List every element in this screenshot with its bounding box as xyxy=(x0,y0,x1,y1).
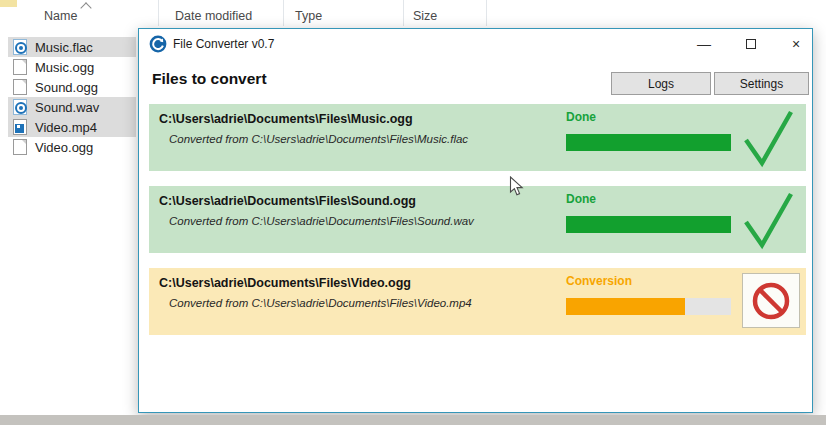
progress-bar xyxy=(566,216,731,233)
converted-from-note: Converted from C:\Users\adrie\Documents\… xyxy=(169,297,472,309)
column-header-date-modified[interactable]: Date modified xyxy=(175,9,252,23)
conversion-card: C:\Users\adrie\Documents\Files\Sound.ogg… xyxy=(149,186,806,253)
generic-file-icon xyxy=(13,139,27,155)
file-name: Video.mp4 xyxy=(35,120,97,135)
mouse-cursor xyxy=(509,176,524,197)
column-separator[interactable] xyxy=(283,0,284,26)
progress-bar xyxy=(566,134,731,151)
column-header-name[interactable]: Name xyxy=(44,9,77,23)
progress-fill xyxy=(566,298,685,315)
file-row[interactable]: Music.ogg xyxy=(8,57,136,77)
output-path: C:\Users\adrie\Documents\Files\Music.ogg xyxy=(159,112,413,126)
file-row[interactable]: Sound.ogg xyxy=(8,77,136,97)
file-row[interactable]: Video.mp4 xyxy=(8,117,136,137)
column-header-size[interactable]: Size xyxy=(413,9,437,23)
logs-button[interactable]: Logs xyxy=(611,72,711,95)
done-checkmark-icon xyxy=(740,189,796,250)
desktop-edge xyxy=(0,415,826,425)
file-name: Music.flac xyxy=(35,40,93,55)
done-checkmark-icon xyxy=(740,107,796,168)
status-label: Done xyxy=(566,192,596,206)
explorer-column-header: Name Date modified Type Size xyxy=(0,0,560,28)
page-title: Files to convert xyxy=(152,70,267,88)
status-label: Conversion xyxy=(566,274,632,288)
video-file-icon xyxy=(13,119,27,135)
converted-from-note: Converted from C:\Users\adrie\Documents\… xyxy=(169,215,474,227)
prohibition-icon xyxy=(750,280,792,322)
output-path: C:\Users\adrie\Documents\Files\Sound.ogg xyxy=(159,194,416,208)
settings-button[interactable]: Settings xyxy=(714,72,809,95)
column-separator[interactable] xyxy=(403,0,404,26)
file-converter-window: File Converter v0.7 — × Files to convert… xyxy=(138,28,813,413)
media-file-icon xyxy=(13,39,27,55)
file-list: Music.flac Music.ogg Sound.ogg Sound.wav… xyxy=(8,37,136,157)
sort-ascending-icon xyxy=(80,2,91,13)
status-label: Done xyxy=(566,110,596,124)
generic-file-icon xyxy=(13,79,27,95)
output-path: C:\Users\adrie\Documents\Files\Video.ogg xyxy=(159,276,411,290)
conversion-card: C:\Users\adrie\Documents\Files\Video.ogg… xyxy=(149,268,806,335)
file-row[interactable]: Sound.wav xyxy=(8,97,136,117)
file-name: Sound.ogg xyxy=(35,80,98,95)
progress-fill xyxy=(566,134,731,151)
file-row[interactable]: Music.flac xyxy=(8,37,136,57)
generic-file-icon xyxy=(13,59,27,75)
file-name: Sound.wav xyxy=(35,100,99,115)
converted-from-note: Converted from C:\Users\adrie\Documents\… xyxy=(169,133,468,145)
cancel-conversion-button[interactable] xyxy=(742,273,800,328)
column-header-type[interactable]: Type xyxy=(295,9,322,23)
progress-bar xyxy=(566,298,731,315)
maximize-icon xyxy=(746,39,756,49)
file-name: Music.ogg xyxy=(35,60,94,75)
file-name: Video.ogg xyxy=(35,140,93,155)
conversion-card: C:\Users\adrie\Documents\Files\Music.ogg… xyxy=(149,104,806,171)
close-button[interactable]: × xyxy=(777,31,815,57)
column-separator[interactable] xyxy=(158,0,159,26)
screen: Name Date modified Type Size Music.flac … xyxy=(0,0,826,425)
progress-fill xyxy=(566,216,731,233)
file-converter-app-icon xyxy=(149,35,167,53)
media-file-icon xyxy=(13,99,27,115)
column-separator[interactable] xyxy=(486,0,487,26)
maximize-button[interactable] xyxy=(732,31,770,57)
minimize-button[interactable]: — xyxy=(685,31,723,57)
conversion-list: C:\Users\adrie\Documents\Files\Music.ogg… xyxy=(149,104,806,350)
title-bar[interactable]: File Converter v0.7 — × xyxy=(139,29,812,59)
window-title: File Converter v0.7 xyxy=(173,37,274,51)
file-row[interactable]: Video.ogg xyxy=(8,137,136,157)
